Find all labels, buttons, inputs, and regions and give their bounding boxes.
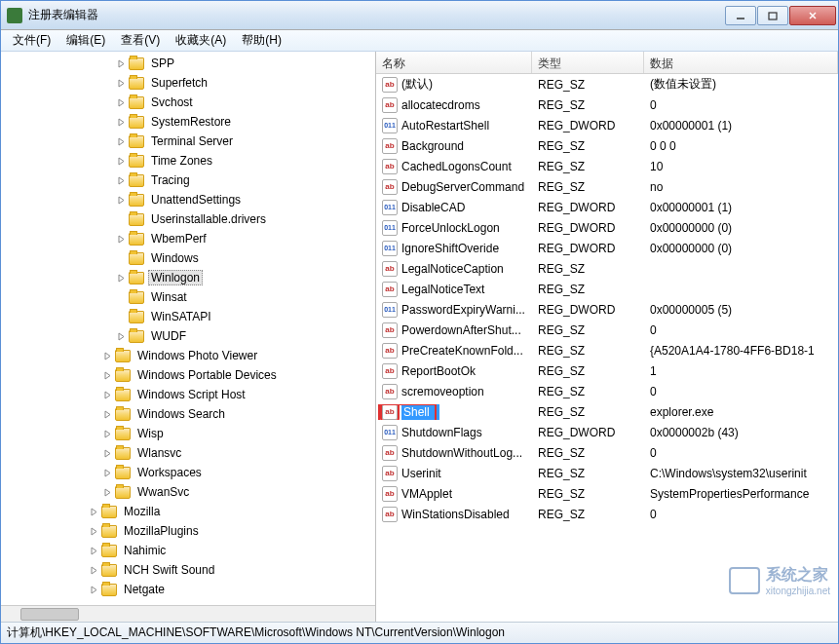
value-name: AutoRestartShell xyxy=(401,119,489,133)
horizontal-scrollbar[interactable] xyxy=(1,605,375,622)
expand-icon[interactable] xyxy=(116,156,127,167)
tree-item[interactable]: NCH Swift Sound xyxy=(1,560,375,580)
expand-icon[interactable] xyxy=(89,526,99,537)
column-name[interactable]: 名称 xyxy=(376,52,532,73)
value-row[interactable]: ReportBootOkREG_SZ1 xyxy=(376,360,838,381)
value-row[interactable]: PreCreateKnownFold...REG_SZ{A520A1A4-178… xyxy=(376,340,838,360)
expand-icon[interactable] xyxy=(89,546,99,556)
tree-item[interactable]: Workspaces xyxy=(1,463,375,482)
value-row[interactable]: LegalNoticeCaptionREG_SZ xyxy=(376,258,838,279)
expand-icon[interactable] xyxy=(116,97,127,108)
tree-item[interactable]: Windows Portable Devices xyxy=(1,365,375,385)
tree-item[interactable]: Terminal Server xyxy=(1,132,375,151)
menu-help[interactable]: 帮助(H) xyxy=(234,30,289,51)
expand-icon[interactable] xyxy=(116,273,127,284)
value-name: PasswordExpiryWarni... xyxy=(401,303,525,317)
value-row[interactable]: allocatecdromsREG_SZ0 xyxy=(376,95,838,115)
value-row[interactable]: UserinitREG_SZC:\Windows\system32\userin… xyxy=(376,463,838,483)
value-row[interactable]: AutoRestartShellREG_DWORD0x00000001 (1) xyxy=(376,115,838,135)
tree-item[interactable]: Svchost xyxy=(1,93,375,112)
value-row[interactable]: CachedLogonsCountREG_SZ10 xyxy=(376,156,838,176)
tree-item[interactable]: MozillaPlugins xyxy=(1,521,375,541)
column-type[interactable]: 类型 xyxy=(532,52,644,73)
tree-pane[interactable]: SPPSuperfetchSvchostSystemRestoreTermina… xyxy=(1,52,376,622)
column-data[interactable]: 数据 xyxy=(644,52,838,73)
expand-icon[interactable] xyxy=(89,507,99,517)
value-row[interactable]: BackgroundREG_SZ0 0 0 xyxy=(376,135,838,156)
tree-item[interactable]: WwanSvc xyxy=(1,482,375,502)
expand-icon[interactable] xyxy=(116,58,127,69)
value-row[interactable]: WinStationsDisabledREG_SZ0 xyxy=(376,504,838,524)
window-controls xyxy=(725,6,836,25)
menu-view[interactable]: 查看(V) xyxy=(113,30,168,51)
value-row[interactable]: IgnoreShiftOverideREG_DWORD0x00000000 (0… xyxy=(376,238,838,258)
tree-item[interactable]: Mozilla xyxy=(1,502,375,521)
tree-item[interactable]: Windows xyxy=(1,248,375,268)
tree-item[interactable]: SPP xyxy=(1,54,375,73)
tree-item[interactable]: WbemPerf xyxy=(1,229,375,248)
expand-icon[interactable] xyxy=(116,234,127,245)
value-row[interactable]: DebugServerCommandREG_SZno xyxy=(376,176,838,197)
tree-label: Wisp xyxy=(134,426,167,441)
expand-icon[interactable] xyxy=(116,117,127,128)
value-row[interactable]: ShutdownFlagsREG_DWORD0x0000002b (43) xyxy=(376,422,838,442)
value-row[interactable]: DisableCADREG_DWORD0x00000001 (1) xyxy=(376,197,838,217)
value-name: VMApplet xyxy=(401,487,452,501)
value-type: REG_DWORD xyxy=(532,426,644,439)
expand-icon[interactable] xyxy=(102,370,113,381)
tree-label: Workspaces xyxy=(134,465,205,480)
tree-item[interactable]: Time Zones xyxy=(1,151,375,170)
tree-item[interactable]: Windows Script Host xyxy=(1,385,375,404)
value-row[interactable]: ShutdownWithoutLog...REG_SZ0 xyxy=(376,442,838,463)
menu-favorites[interactable]: 收藏夹(A) xyxy=(168,30,234,51)
value-row[interactable]: PasswordExpiryWarni...REG_DWORD0x0000000… xyxy=(376,299,838,320)
expand-icon[interactable] xyxy=(102,390,113,400)
tree-item[interactable]: WUDF xyxy=(1,326,375,346)
list-pane[interactable]: 名称 类型 数据 (默认)REG_SZ(数值未设置)allocatecdroms… xyxy=(376,52,838,622)
expand-icon[interactable] xyxy=(102,429,113,439)
minimize-button[interactable] xyxy=(725,6,756,25)
expand-icon[interactable] xyxy=(102,448,113,459)
expand-icon[interactable] xyxy=(116,175,127,186)
tree-item[interactable]: WinSATAPI xyxy=(1,307,375,326)
tree-item[interactable]: Winlogon xyxy=(1,268,375,287)
value-row[interactable]: scremoveoptionREG_SZ0 xyxy=(376,381,838,401)
tree-item[interactable]: Superfetch xyxy=(1,73,375,93)
expand-icon[interactable] xyxy=(116,195,127,206)
tree-item[interactable]: Wisp xyxy=(1,424,375,443)
tree-item[interactable]: Windows Photo Viewer xyxy=(1,346,375,365)
tree-item[interactable]: Winsat xyxy=(1,287,375,307)
expand-icon[interactable] xyxy=(89,585,99,595)
value-row[interactable]: ForceUnlockLogonREG_DWORD0x00000000 (0) xyxy=(376,217,838,238)
expand-icon[interactable] xyxy=(102,468,113,478)
menu-file[interactable]: 文件(F) xyxy=(5,30,58,51)
tree-item[interactable]: UnattendSettings xyxy=(1,190,375,209)
tree-item[interactable]: Tracing xyxy=(1,170,375,190)
expand-icon[interactable] xyxy=(116,78,127,89)
expand-icon[interactable] xyxy=(102,351,113,361)
expand-icon[interactable] xyxy=(116,136,127,147)
close-button[interactable] xyxy=(789,6,836,25)
value-type: REG_SZ xyxy=(532,283,644,296)
value-row[interactable]: PowerdownAfterShut...REG_SZ0 xyxy=(376,320,838,340)
value-row[interactable]: VMAppletREG_SZSystemPropertiesPerformanc… xyxy=(376,483,838,504)
tree-item[interactable]: Windows Search xyxy=(1,404,375,424)
tree-item[interactable]: Userinstallable.drivers xyxy=(1,209,375,229)
tree-item[interactable]: Netgate xyxy=(1,580,375,599)
value-row[interactable]: ShellREG_SZexplorer.exe xyxy=(376,401,838,422)
tree-label: WUDF xyxy=(148,328,189,344)
value-row[interactable]: (默认)REG_SZ(数值未设置) xyxy=(376,74,838,95)
tree-item[interactable]: SystemRestore xyxy=(1,112,375,132)
expand-icon[interactable] xyxy=(116,331,127,342)
expand-icon[interactable] xyxy=(102,409,113,420)
scrollbar-thumb[interactable] xyxy=(20,608,79,621)
tree-item[interactable]: Nahimic xyxy=(1,541,375,560)
tree-item[interactable]: Wlansvc xyxy=(1,443,375,463)
titlebar[interactable]: 注册表编辑器 xyxy=(1,1,838,30)
folder-icon xyxy=(115,467,131,479)
maximize-button[interactable] xyxy=(757,6,788,25)
expand-icon[interactable] xyxy=(102,487,113,498)
value-row[interactable]: LegalNoticeTextREG_SZ xyxy=(376,279,838,299)
menu-edit[interactable]: 编辑(E) xyxy=(58,30,113,51)
expand-icon[interactable] xyxy=(89,565,99,576)
